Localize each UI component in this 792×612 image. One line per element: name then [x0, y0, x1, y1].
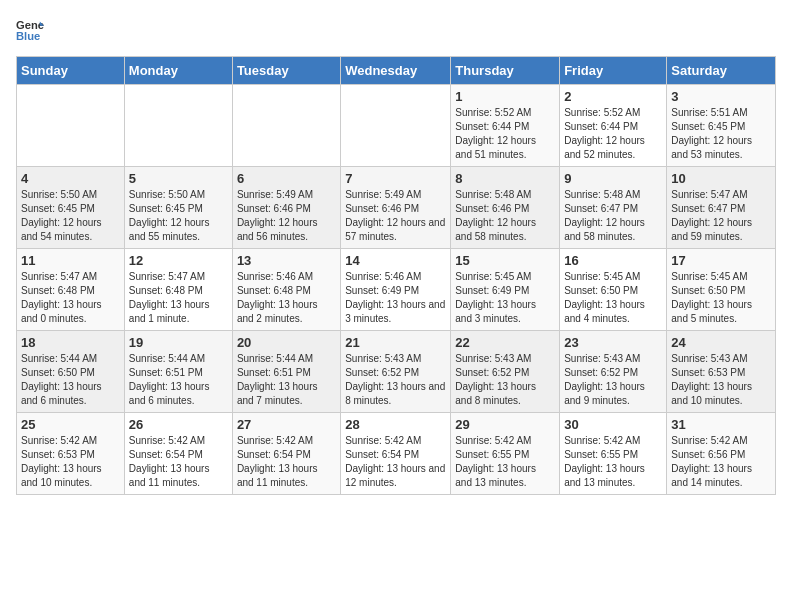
- calendar-cell: 14Sunrise: 5:46 AMSunset: 6:49 PMDayligh…: [341, 249, 451, 331]
- day-number: 7: [345, 171, 446, 186]
- day-number: 26: [129, 417, 228, 432]
- day-number: 15: [455, 253, 555, 268]
- calendar-cell: 12Sunrise: 5:47 AMSunset: 6:48 PMDayligh…: [124, 249, 232, 331]
- day-number: 2: [564, 89, 662, 104]
- day-number: 4: [21, 171, 120, 186]
- day-info: Sunrise: 5:42 AMSunset: 6:54 PMDaylight:…: [129, 434, 228, 490]
- calendar-cell: 9Sunrise: 5:48 AMSunset: 6:47 PMDaylight…: [560, 167, 667, 249]
- day-number: 17: [671, 253, 771, 268]
- calendar-cell: 21Sunrise: 5:43 AMSunset: 6:52 PMDayligh…: [341, 331, 451, 413]
- calendar-cell: 27Sunrise: 5:42 AMSunset: 6:54 PMDayligh…: [232, 413, 340, 495]
- calendar-cell: 30Sunrise: 5:42 AMSunset: 6:55 PMDayligh…: [560, 413, 667, 495]
- day-number: 30: [564, 417, 662, 432]
- day-number: 12: [129, 253, 228, 268]
- day-number: 5: [129, 171, 228, 186]
- weekday-header-sunday: Sunday: [17, 57, 125, 85]
- day-info: Sunrise: 5:46 AMSunset: 6:48 PMDaylight:…: [237, 270, 336, 326]
- calendar-cell: 23Sunrise: 5:43 AMSunset: 6:52 PMDayligh…: [560, 331, 667, 413]
- calendar-cell: 5Sunrise: 5:50 AMSunset: 6:45 PMDaylight…: [124, 167, 232, 249]
- day-info: Sunrise: 5:48 AMSunset: 6:46 PMDaylight:…: [455, 188, 555, 244]
- calendar-cell: 22Sunrise: 5:43 AMSunset: 6:52 PMDayligh…: [451, 331, 560, 413]
- day-info: Sunrise: 5:44 AMSunset: 6:50 PMDaylight:…: [21, 352, 120, 408]
- day-info: Sunrise: 5:50 AMSunset: 6:45 PMDaylight:…: [21, 188, 120, 244]
- day-info: Sunrise: 5:43 AMSunset: 6:52 PMDaylight:…: [345, 352, 446, 408]
- weekday-header-saturday: Saturday: [667, 57, 776, 85]
- day-number: 23: [564, 335, 662, 350]
- calendar-cell: 11Sunrise: 5:47 AMSunset: 6:48 PMDayligh…: [17, 249, 125, 331]
- day-info: Sunrise: 5:48 AMSunset: 6:47 PMDaylight:…: [564, 188, 662, 244]
- day-info: Sunrise: 5:42 AMSunset: 6:54 PMDaylight:…: [345, 434, 446, 490]
- day-number: 22: [455, 335, 555, 350]
- calendar-cell: 31Sunrise: 5:42 AMSunset: 6:56 PMDayligh…: [667, 413, 776, 495]
- page-header: General Blue: [16, 16, 776, 44]
- weekday-header-thursday: Thursday: [451, 57, 560, 85]
- day-info: Sunrise: 5:47 AMSunset: 6:47 PMDaylight:…: [671, 188, 771, 244]
- day-number: 8: [455, 171, 555, 186]
- weekday-header-wednesday: Wednesday: [341, 57, 451, 85]
- day-info: Sunrise: 5:42 AMSunset: 6:54 PMDaylight:…: [237, 434, 336, 490]
- calendar-cell: 25Sunrise: 5:42 AMSunset: 6:53 PMDayligh…: [17, 413, 125, 495]
- day-info: Sunrise: 5:43 AMSunset: 6:53 PMDaylight:…: [671, 352, 771, 408]
- calendar-cell: 7Sunrise: 5:49 AMSunset: 6:46 PMDaylight…: [341, 167, 451, 249]
- calendar-cell: 17Sunrise: 5:45 AMSunset: 6:50 PMDayligh…: [667, 249, 776, 331]
- day-info: Sunrise: 5:52 AMSunset: 6:44 PMDaylight:…: [455, 106, 555, 162]
- day-info: Sunrise: 5:43 AMSunset: 6:52 PMDaylight:…: [564, 352, 662, 408]
- weekday-header-monday: Monday: [124, 57, 232, 85]
- weekday-header-tuesday: Tuesday: [232, 57, 340, 85]
- logo: General Blue: [16, 16, 44, 44]
- day-info: Sunrise: 5:43 AMSunset: 6:52 PMDaylight:…: [455, 352, 555, 408]
- day-info: Sunrise: 5:44 AMSunset: 6:51 PMDaylight:…: [237, 352, 336, 408]
- calendar-cell: [17, 85, 125, 167]
- day-number: 9: [564, 171, 662, 186]
- day-number: 20: [237, 335, 336, 350]
- day-number: 25: [21, 417, 120, 432]
- day-number: 28: [345, 417, 446, 432]
- day-number: 14: [345, 253, 446, 268]
- calendar-cell: 3Sunrise: 5:51 AMSunset: 6:45 PMDaylight…: [667, 85, 776, 167]
- calendar-cell: 6Sunrise: 5:49 AMSunset: 6:46 PMDaylight…: [232, 167, 340, 249]
- day-number: 29: [455, 417, 555, 432]
- calendar-cell: 13Sunrise: 5:46 AMSunset: 6:48 PMDayligh…: [232, 249, 340, 331]
- day-info: Sunrise: 5:45 AMSunset: 6:50 PMDaylight:…: [671, 270, 771, 326]
- logo-icon: General Blue: [16, 16, 44, 44]
- day-number: 11: [21, 253, 120, 268]
- calendar-cell: 1Sunrise: 5:52 AMSunset: 6:44 PMDaylight…: [451, 85, 560, 167]
- day-info: Sunrise: 5:42 AMSunset: 6:55 PMDaylight:…: [455, 434, 555, 490]
- day-info: Sunrise: 5:47 AMSunset: 6:48 PMDaylight:…: [21, 270, 120, 326]
- calendar-cell: 2Sunrise: 5:52 AMSunset: 6:44 PMDaylight…: [560, 85, 667, 167]
- calendar-cell: 8Sunrise: 5:48 AMSunset: 6:46 PMDaylight…: [451, 167, 560, 249]
- calendar-cell: 4Sunrise: 5:50 AMSunset: 6:45 PMDaylight…: [17, 167, 125, 249]
- day-info: Sunrise: 5:42 AMSunset: 6:56 PMDaylight:…: [671, 434, 771, 490]
- day-info: Sunrise: 5:47 AMSunset: 6:48 PMDaylight:…: [129, 270, 228, 326]
- calendar-cell: [341, 85, 451, 167]
- day-number: 27: [237, 417, 336, 432]
- day-number: 1: [455, 89, 555, 104]
- calendar-table: SundayMondayTuesdayWednesdayThursdayFrid…: [16, 56, 776, 495]
- day-info: Sunrise: 5:42 AMSunset: 6:55 PMDaylight:…: [564, 434, 662, 490]
- day-info: Sunrise: 5:49 AMSunset: 6:46 PMDaylight:…: [345, 188, 446, 244]
- calendar-cell: 10Sunrise: 5:47 AMSunset: 6:47 PMDayligh…: [667, 167, 776, 249]
- day-info: Sunrise: 5:52 AMSunset: 6:44 PMDaylight:…: [564, 106, 662, 162]
- day-number: 10: [671, 171, 771, 186]
- day-number: 3: [671, 89, 771, 104]
- weekday-header-friday: Friday: [560, 57, 667, 85]
- calendar-cell: [232, 85, 340, 167]
- day-info: Sunrise: 5:49 AMSunset: 6:46 PMDaylight:…: [237, 188, 336, 244]
- day-info: Sunrise: 5:44 AMSunset: 6:51 PMDaylight:…: [129, 352, 228, 408]
- calendar-cell: 20Sunrise: 5:44 AMSunset: 6:51 PMDayligh…: [232, 331, 340, 413]
- calendar-cell: 29Sunrise: 5:42 AMSunset: 6:55 PMDayligh…: [451, 413, 560, 495]
- day-info: Sunrise: 5:42 AMSunset: 6:53 PMDaylight:…: [21, 434, 120, 490]
- day-number: 13: [237, 253, 336, 268]
- day-info: Sunrise: 5:50 AMSunset: 6:45 PMDaylight:…: [129, 188, 228, 244]
- calendar-cell: 26Sunrise: 5:42 AMSunset: 6:54 PMDayligh…: [124, 413, 232, 495]
- day-number: 18: [21, 335, 120, 350]
- calendar-cell: 28Sunrise: 5:42 AMSunset: 6:54 PMDayligh…: [341, 413, 451, 495]
- svg-text:Blue: Blue: [16, 30, 40, 42]
- calendar-cell: 15Sunrise: 5:45 AMSunset: 6:49 PMDayligh…: [451, 249, 560, 331]
- calendar-cell: 16Sunrise: 5:45 AMSunset: 6:50 PMDayligh…: [560, 249, 667, 331]
- day-info: Sunrise: 5:45 AMSunset: 6:49 PMDaylight:…: [455, 270, 555, 326]
- day-number: 24: [671, 335, 771, 350]
- calendar-cell: 19Sunrise: 5:44 AMSunset: 6:51 PMDayligh…: [124, 331, 232, 413]
- day-number: 16: [564, 253, 662, 268]
- day-number: 21: [345, 335, 446, 350]
